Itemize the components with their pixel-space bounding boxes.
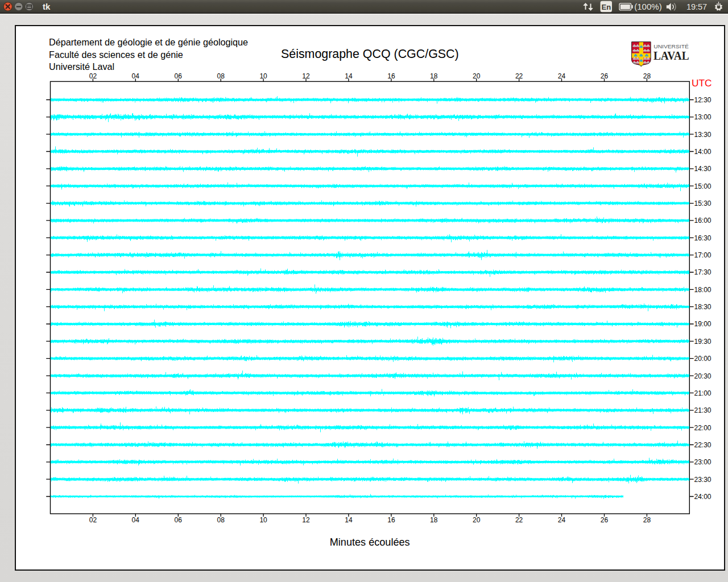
svg-text:23:00: 23:00 xyxy=(694,458,712,466)
svg-text:20: 20 xyxy=(473,72,481,80)
svg-text:tk: tk xyxy=(43,2,51,11)
svg-text:26: 26 xyxy=(601,72,609,80)
svg-text:13:00: 13:00 xyxy=(694,113,712,121)
svg-text:14: 14 xyxy=(345,516,353,524)
svg-text:15:00: 15:00 xyxy=(694,182,712,190)
svg-text:Minutes écoulées: Minutes écoulées xyxy=(330,537,410,548)
svg-text:16: 16 xyxy=(387,516,395,524)
svg-text:(100%): (100%) xyxy=(634,2,662,11)
svg-text:14:30: 14:30 xyxy=(694,165,712,173)
svg-text:12:30: 12:30 xyxy=(694,96,712,104)
svg-text:02: 02 xyxy=(89,72,97,80)
svg-text:En: En xyxy=(601,3,611,11)
svg-text:17:00: 17:00 xyxy=(694,251,712,259)
svg-text:UTC: UTC xyxy=(692,77,712,89)
svg-text:17:30: 17:30 xyxy=(694,268,712,276)
svg-text:04: 04 xyxy=(132,516,140,524)
svg-text:21:30: 21:30 xyxy=(694,406,712,414)
svg-text:18:30: 18:30 xyxy=(694,303,712,311)
svg-text:19:57: 19:57 xyxy=(686,2,707,11)
svg-text:19:00: 19:00 xyxy=(694,320,712,328)
svg-text:22:30: 22:30 xyxy=(694,441,712,449)
svg-text:Faculté des sciences et de gén: Faculté des sciences et de génie xyxy=(49,49,183,60)
svg-text:10: 10 xyxy=(259,72,267,80)
svg-text:21:00: 21:00 xyxy=(694,389,712,397)
svg-text:04: 04 xyxy=(132,72,140,80)
svg-text:UNIVERSITÉ: UNIVERSITÉ xyxy=(653,43,689,49)
svg-text:Séismographe QCQ (CGC/GSC): Séismographe QCQ (CGC/GSC) xyxy=(281,47,459,61)
svg-text:10: 10 xyxy=(259,516,267,524)
svg-text:12: 12 xyxy=(302,72,310,80)
svg-text:22: 22 xyxy=(515,72,523,80)
svg-text:18: 18 xyxy=(430,72,438,80)
svg-text:24: 24 xyxy=(558,516,566,524)
svg-text:16:00: 16:00 xyxy=(694,217,712,225)
svg-text:14:00: 14:00 xyxy=(694,148,712,156)
svg-text:23:30: 23:30 xyxy=(694,476,712,484)
svg-text:14: 14 xyxy=(345,72,353,80)
svg-text:24:00: 24:00 xyxy=(694,493,712,501)
svg-text:20: 20 xyxy=(473,516,481,524)
svg-text:Département de géologie et de: Département de géologie et de génie géol… xyxy=(49,37,248,47)
svg-text:16:30: 16:30 xyxy=(694,234,712,242)
svg-text:22: 22 xyxy=(515,516,523,524)
svg-text:20:30: 20:30 xyxy=(694,372,712,380)
svg-text:18:00: 18:00 xyxy=(694,286,712,294)
svg-text:26: 26 xyxy=(601,516,609,524)
svg-text:20:00: 20:00 xyxy=(694,355,712,363)
svg-text:06: 06 xyxy=(175,72,183,80)
svg-text:Université Laval: Université Laval xyxy=(49,61,114,72)
svg-text:13:30: 13:30 xyxy=(694,131,712,139)
svg-text:24: 24 xyxy=(558,72,566,80)
svg-text:19:30: 19:30 xyxy=(694,338,712,346)
svg-text:06: 06 xyxy=(175,516,183,524)
svg-text:LAVAL: LAVAL xyxy=(653,49,689,62)
svg-text:28: 28 xyxy=(643,516,651,524)
svg-text:28: 28 xyxy=(643,72,651,80)
svg-text:15:30: 15:30 xyxy=(694,199,712,207)
svg-text:08: 08 xyxy=(217,72,225,80)
svg-text:02: 02 xyxy=(89,516,97,524)
svg-text:08: 08 xyxy=(217,516,225,524)
svg-text:18: 18 xyxy=(430,516,438,524)
svg-text:12: 12 xyxy=(302,516,310,524)
svg-text:16: 16 xyxy=(387,72,395,80)
svg-text:22:00: 22:00 xyxy=(694,424,712,432)
